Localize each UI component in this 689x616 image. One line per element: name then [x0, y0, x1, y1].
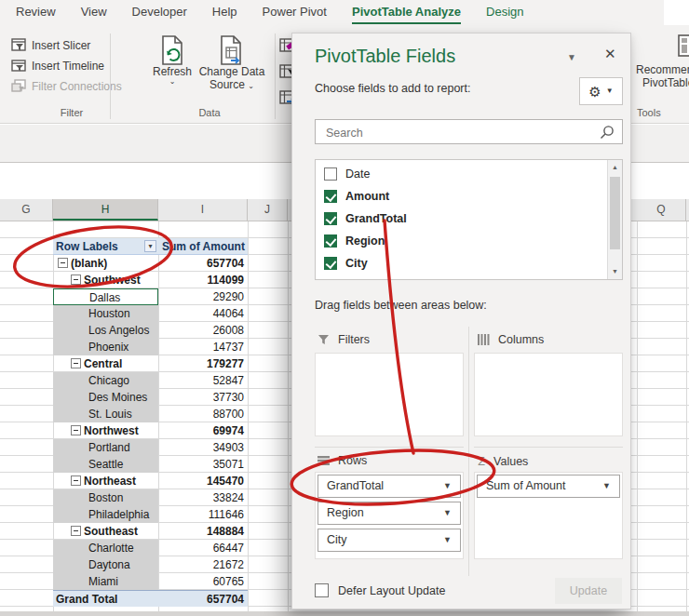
- pivot-row-label-cell[interactable]: (blank): [53, 255, 158, 272]
- close-icon[interactable]: ✕: [604, 46, 616, 62]
- pivot-value-cell[interactable]: 33824: [158, 489, 248, 506]
- rows-area-box[interactable]: GrandTotal▼Region▼City▼: [315, 472, 464, 559]
- column-header-i[interactable]: I: [158, 199, 248, 221]
- column-header-h[interactable]: H: [53, 199, 158, 221]
- collapse-minus-icon[interactable]: [71, 358, 81, 368]
- field-checkbox[interactable]: [324, 167, 337, 181]
- field-item-grandtotal[interactable]: GrandTotal: [324, 209, 407, 228]
- tab-developer[interactable]: Developer: [132, 5, 187, 24]
- search-input[interactable]: [324, 124, 588, 141]
- chevron-down-icon[interactable]: ▼: [443, 502, 452, 524]
- refresh-button[interactable]: Refresh ⌄: [149, 35, 196, 86]
- pivot-row-label-cell[interactable]: Portland: [53, 439, 158, 456]
- pivot-value-cell[interactable]: 26008: [158, 322, 248, 339]
- tab-design[interactable]: Design: [486, 5, 523, 24]
- pivot-value-cell[interactable]: 21672: [158, 556, 248, 573]
- pivot-value-cell[interactable]: 66447: [158, 540, 248, 556]
- collapse-minus-icon[interactable]: [71, 475, 81, 486]
- pivot-value-cell[interactable]: 14737: [158, 339, 248, 355]
- area-chip-city[interactable]: City▼: [317, 529, 461, 552]
- pivot-value-cell[interactable]: 179277: [158, 355, 248, 372]
- pivot-value-cell[interactable]: 657704: [158, 590, 248, 607]
- field-item-city[interactable]: City: [324, 254, 368, 273]
- pivot-value-cell[interactable]: 145470: [158, 473, 248, 489]
- pivot-row-label-cell[interactable]: Southeast: [53, 523, 158, 540]
- pivot-row-label-cell[interactable]: Des Moines: [53, 389, 158, 406]
- area-chip-region[interactable]: Region▼: [317, 502, 461, 525]
- collapse-minus-icon[interactable]: [71, 275, 81, 285]
- pivot-value-cell[interactable]: 148884: [158, 523, 248, 540]
- pivot-row-label-cell[interactable]: Philadelphia: [53, 506, 158, 523]
- update-button[interactable]: Update: [555, 578, 622, 604]
- pivot-values-header[interactable]: Sum of Amount: [158, 238, 248, 255]
- area-chip-grandtotal[interactable]: GrandTotal▼: [317, 475, 461, 498]
- scrollbar-thumb[interactable]: [610, 177, 620, 249]
- pivot-value-cell[interactable]: 44064: [158, 305, 248, 322]
- column-header-q[interactable]: Q: [637, 199, 686, 221]
- defer-layout-checkbox[interactable]: [315, 583, 329, 597]
- pivot-header-cell[interactable]: Row Labels▾: [53, 238, 158, 255]
- pivot-row-label-cell[interactable]: Boston: [53, 489, 158, 506]
- field-list-scrollbar[interactable]: ▲ ▼: [607, 160, 622, 279]
- scrollbar-down-icon[interactable]: ▼: [608, 264, 622, 279]
- pivot-row-label-cell[interactable]: Southwest: [53, 272, 158, 288]
- pivot-value-cell[interactable]: 69974: [158, 422, 248, 439]
- field-item-region[interactable]: Region: [324, 232, 385, 250]
- field-checkbox[interactable]: [324, 190, 337, 203]
- column-header-g[interactable]: G: [0, 199, 53, 221]
- pivot-row-label-cell[interactable]: Chicago: [53, 372, 158, 389]
- pivot-value-cell[interactable]: 657704: [158, 255, 248, 272]
- pivot-row-label-cell[interactable]: Northeast: [53, 473, 158, 489]
- change-data-source-button[interactable]: Change Data Source ⌄: [197, 35, 266, 91]
- pivot-value-cell[interactable]: 88700: [158, 406, 248, 422]
- tab-pivottable-analyze[interactable]: PivotTable Analyze: [352, 5, 461, 24]
- pivot-row-label-cell[interactable]: Miami: [53, 573, 158, 590]
- pivot-value-cell[interactable]: 111646: [158, 506, 248, 523]
- pivot-row-label-cell[interactable]: St. Louis: [53, 406, 158, 422]
- column-header-j[interactable]: J: [248, 199, 288, 221]
- pivot-row-label-cell[interactable]: Houston: [53, 305, 158, 322]
- pivot-row-label-cell[interactable]: Seattle: [53, 456, 158, 473]
- tab-review[interactable]: Review: [16, 5, 56, 24]
- filters-area-box[interactable]: [315, 353, 464, 436]
- collapse-minus-icon[interactable]: [58, 258, 68, 268]
- insert-slicer-button[interactable]: Insert Slicer: [11, 37, 90, 54]
- pivot-row-label-cell[interactable]: Los Angelos: [53, 322, 158, 339]
- pivot-value-cell[interactable]: 29290: [158, 288, 248, 305]
- chevron-down-icon[interactable]: ▼: [443, 475, 452, 497]
- pivot-row-label-cell[interactable]: Central: [53, 355, 158, 372]
- pivot-row-label-cell[interactable]: Phoenix: [53, 339, 158, 355]
- area-chip-sum-of-amount[interactable]: Sum of Amount▼: [477, 475, 620, 498]
- pivot-row-label-cell[interactable]: Charlotte: [53, 540, 158, 556]
- filter-dropdown-icon[interactable]: ▾: [144, 240, 156, 252]
- field-item-date[interactable]: Date: [324, 165, 370, 183]
- chevron-down-icon[interactable]: ▼: [443, 529, 452, 551]
- tab-help[interactable]: Help: [212, 5, 237, 24]
- chevron-down-icon[interactable]: ▼: [602, 475, 611, 497]
- pivot-value-cell[interactable]: 34903: [158, 439, 248, 456]
- field-checkbox[interactable]: [324, 212, 337, 225]
- recommended-pivottables-button[interactable]: ? Recommended PivotTables: [636, 33, 689, 89]
- pivot-row-label-cell[interactable]: Grand Total: [53, 590, 158, 607]
- insert-timeline-button[interactable]: Insert Timeline: [11, 58, 104, 74]
- field-checkbox[interactable]: [324, 234, 337, 248]
- pivot-value-cell[interactable]: 60765: [158, 573, 248, 590]
- pivot-row-label-cell[interactable]: Daytona: [53, 556, 158, 573]
- tools-gear-button[interactable]: ⚙ ▼: [579, 77, 623, 105]
- pivot-row-label-cell[interactable]: Dallas: [53, 288, 158, 305]
- pivot-value-cell[interactable]: 52847: [158, 372, 248, 389]
- pivot-value-cell[interactable]: 114099: [158, 272, 248, 288]
- tab-power-pivot[interactable]: Power Pivot: [263, 5, 327, 24]
- pivot-row-label-cell[interactable]: Northwest: [53, 422, 158, 439]
- collapse-minus-icon[interactable]: [71, 425, 81, 435]
- collapse-minus-icon[interactable]: [71, 526, 81, 536]
- scrollbar-up-icon[interactable]: ▲: [608, 160, 622, 175]
- pivot-value-cell[interactable]: 37730: [158, 389, 248, 406]
- field-item-amount[interactable]: Amount: [324, 187, 389, 206]
- tab-view[interactable]: View: [81, 5, 107, 24]
- field-checkbox[interactable]: [324, 257, 337, 270]
- columns-area-box[interactable]: [474, 353, 623, 436]
- values-area-box[interactable]: Sum of Amount▼: [474, 472, 623, 559]
- pane-options-chevron-icon[interactable]: ▼: [567, 52, 576, 62]
- pivot-value-cell[interactable]: 35071: [158, 456, 248, 473]
